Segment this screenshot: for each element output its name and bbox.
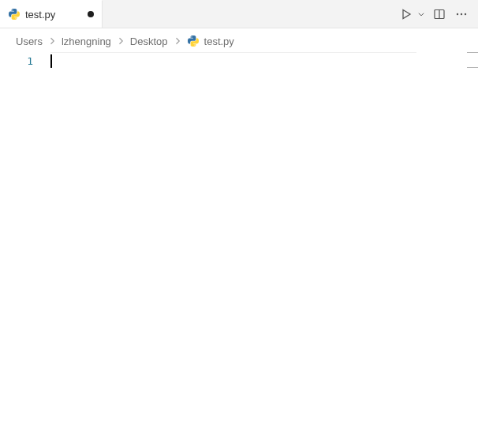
- python-icon: [8, 8, 21, 21]
- editor-actions: [390, 0, 478, 28]
- run-dropdown-button[interactable]: [415, 4, 428, 24]
- run-button[interactable]: [396, 4, 416, 24]
- breadcrumb-segment[interactable]: Users: [16, 35, 43, 47]
- more-actions-button[interactable]: [451, 4, 472, 24]
- split-editor-button[interactable]: [429, 4, 450, 24]
- minimap-slider[interactable]: [467, 52, 478, 68]
- svg-point-4: [465, 13, 466, 14]
- unsaved-indicator-icon: [88, 11, 94, 17]
- code-area[interactable]: [50, 52, 416, 448]
- svg-point-2: [457, 13, 458, 14]
- text-cursor: [50, 54, 52, 68]
- line-gutter: 1: [0, 52, 50, 448]
- svg-point-3: [461, 13, 462, 14]
- chevron-right-icon: [173, 36, 182, 46]
- breadcrumb-file-label: test.py: [204, 35, 234, 47]
- breadcrumb-segment[interactable]: lzhengning: [62, 35, 111, 47]
- chevron-right-icon: [116, 36, 125, 46]
- python-icon: [187, 35, 200, 47]
- breadcrumbs: Users lzhengning Desktop test.py: [0, 28, 478, 52]
- code-line: [50, 54, 416, 69]
- line-number: 1: [0, 54, 50, 69]
- breadcrumb-file[interactable]: test.py: [187, 35, 234, 47]
- active-tab[interactable]: test.py: [0, 0, 103, 28]
- editor[interactable]: 1: [0, 52, 478, 448]
- tab-label: test.py: [25, 9, 55, 21]
- breadcrumb-segment[interactable]: Desktop: [130, 35, 168, 47]
- tab-bar: test.py: [0, 0, 478, 28]
- chevron-right-icon: [47, 36, 57, 46]
